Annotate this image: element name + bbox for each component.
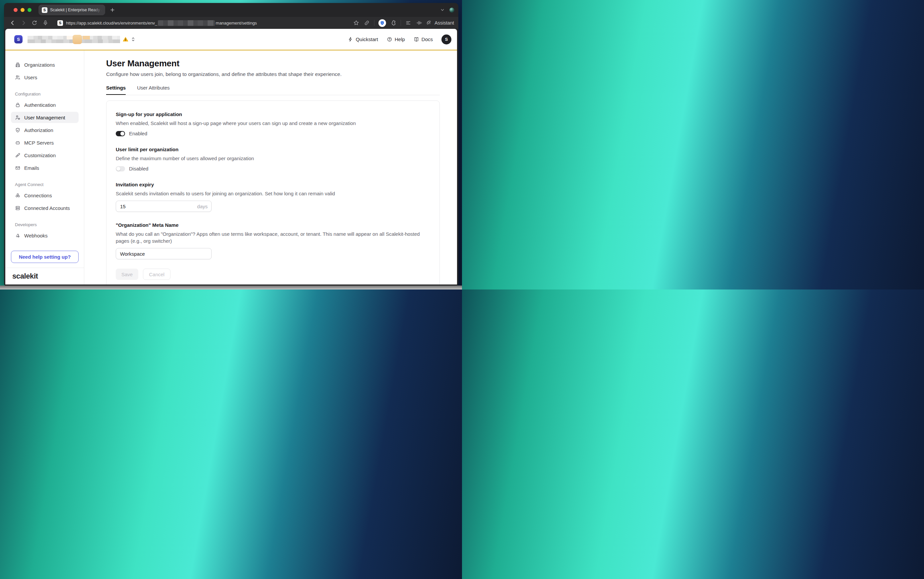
- address-bar[interactable]: https://app.scalekit.cloud/ws/environmen…: [66, 20, 257, 26]
- new-tab-button[interactable]: [110, 7, 115, 13]
- invitation-expiry-title: Invitation expiry: [116, 182, 430, 187]
- toolbar-divider: [401, 20, 401, 26]
- invitation-expiry-section: Invitation expiry Scalekit sends invitat…: [116, 182, 430, 212]
- signup-toggle[interactable]: [116, 131, 125, 136]
- sidebar-item-user-management[interactable]: User Management: [11, 112, 78, 123]
- app-header-nav: Quickstart Help Docs S: [348, 34, 451, 44]
- user-limit-toggle-label: Disabled: [129, 166, 148, 172]
- sidebar-item-label: Connections: [24, 193, 52, 198]
- save-button[interactable]: Save: [116, 268, 138, 280]
- lock-icon: [15, 102, 21, 108]
- workspace-blur-block: [73, 35, 82, 44]
- window-controls: [14, 8, 31, 12]
- copy-link-icon[interactable]: [363, 20, 370, 26]
- sidebar-item-label: Authorization: [24, 128, 53, 133]
- url-suffix: management/settings: [216, 21, 257, 26]
- sidebar-item-connected-accounts[interactable]: Connected Accounts: [11, 202, 78, 214]
- sidebar-item-mcp-servers[interactable]: MCP Servers: [11, 137, 78, 148]
- sidebar-item-organizations[interactable]: Organizations: [11, 59, 78, 70]
- minimize-window-button[interactable]: [21, 8, 25, 12]
- sidebar-section-developers: Developers: [15, 222, 78, 227]
- url-prefix: https://app.scalekit.cloud/ws/environmen…: [66, 21, 157, 26]
- workspace-blur-block: [67, 36, 73, 39]
- sidebar-item-users[interactable]: Users: [11, 72, 78, 83]
- sidebar-item-label: Authentication: [24, 102, 56, 108]
- paintbrush-icon: [15, 152, 21, 158]
- audio-waveform-icon[interactable]: [415, 20, 422, 26]
- sidebar-item-webhooks[interactable]: Webhooks: [11, 230, 78, 241]
- docs-label: Docs: [422, 36, 433, 42]
- sidebar-item-connections[interactable]: Connections: [11, 190, 78, 201]
- help-circle-icon: [387, 36, 392, 42]
- sidebar-item-label: Customization: [24, 152, 56, 158]
- extensions-puzzle-icon[interactable]: [390, 20, 397, 26]
- sidebar-item-label: MCP Servers: [24, 140, 54, 146]
- meta-name-title: "Organization" Meta Name: [116, 222, 430, 228]
- sidebar-item-emails[interactable]: Emails: [11, 162, 78, 173]
- quickstart-button[interactable]: Quickstart: [348, 36, 378, 42]
- main-content: User Management Configure how users join…: [84, 51, 457, 285]
- close-window-button[interactable]: [14, 8, 18, 12]
- workspace-name-redacted[interactable]: [28, 36, 120, 43]
- user-avatar[interactable]: S: [442, 34, 451, 44]
- bookmark-star-icon[interactable]: [353, 20, 360, 26]
- sidebar-item-label: Users: [24, 75, 37, 80]
- signup-description: When enabled, Scalekit will host a sign-…: [116, 120, 430, 127]
- sidebar-item-authentication[interactable]: Authentication: [11, 99, 78, 110]
- sidebar: Organizations Users Configuration Authen…: [5, 51, 84, 285]
- url-favicon: S: [57, 20, 63, 26]
- bitwarden-extension-icon[interactable]: [378, 19, 386, 27]
- server-stack-icon: [15, 205, 21, 211]
- workspace-switcher-chevrons[interactable]: [131, 37, 136, 42]
- user-limit-section: User limit per organization Define the m…: [116, 147, 430, 172]
- sidebar-item-authorization[interactable]: Authorization: [11, 124, 78, 136]
- user-limit-title: User limit per organization: [116, 147, 430, 152]
- robot-icon: [15, 140, 21, 146]
- user-limit-toggle[interactable]: [116, 166, 125, 172]
- back-button[interactable]: [9, 20, 16, 26]
- zoom-window-button[interactable]: [28, 8, 31, 12]
- voice-search-icon[interactable]: [42, 20, 49, 26]
- browser-tab-strip: S Scalekit | Enterprise Ready A: [4, 3, 458, 17]
- browser-profile-avatar[interactable]: [450, 8, 455, 13]
- assistant-button[interactable]: Assistant: [426, 20, 454, 26]
- url-redacted-blur: [158, 20, 215, 26]
- workspace-blur-block: [83, 36, 90, 39]
- cubes-icon: [15, 193, 21, 198]
- help-label: Help: [395, 36, 405, 42]
- reader-lines-icon[interactable]: [405, 20, 412, 26]
- meta-name-description: What do you call an "Organization"? Apps…: [116, 231, 426, 244]
- assistant-label: Assistant: [435, 20, 454, 26]
- browser-tab[interactable]: S Scalekit | Enterprise Ready A: [38, 5, 105, 15]
- forward-button[interactable]: [20, 20, 27, 26]
- help-button[interactable]: Help: [387, 36, 405, 42]
- app-header: S Quickstart Help: [5, 29, 457, 51]
- page-title: User Management: [106, 58, 440, 69]
- quickstart-label: Quickstart: [355, 36, 378, 42]
- scalekit-wordmark: scalekit: [11, 268, 78, 281]
- meta-name-input[interactable]: [116, 248, 212, 259]
- shield-check-icon: [15, 128, 21, 133]
- sidebar-item-customization[interactable]: Customization: [11, 150, 78, 161]
- envelope-icon: [15, 165, 21, 171]
- tab-title-fade: [92, 5, 105, 15]
- sidebar-item-label: Connected Accounts: [24, 205, 70, 211]
- tab-favicon: S: [42, 7, 47, 13]
- cancel-button[interactable]: Cancel: [143, 268, 170, 280]
- web-content: S Quickstart Help: [5, 29, 457, 285]
- sidebar-item-label: Organizations: [24, 62, 55, 68]
- tab-strip-right: [440, 7, 455, 13]
- assistant-swirl-icon: [426, 20, 432, 26]
- toolbar-right: Assistant: [353, 19, 454, 27]
- chevron-down-icon[interactable]: [440, 7, 445, 13]
- docs-button[interactable]: Docs: [414, 36, 433, 42]
- book-icon: [414, 36, 419, 42]
- browser-toolbar: S https://app.scalekit.cloud/ws/environm…: [4, 17, 458, 29]
- zap-icon: [348, 36, 353, 42]
- need-help-button[interactable]: Need help setting up?: [11, 251, 78, 263]
- reload-button[interactable]: [31, 20, 38, 26]
- desktop-bottom-strip: [0, 286, 462, 290]
- tab-user-attributes[interactable]: User Attributes: [137, 85, 170, 95]
- environment-warning-icon[interactable]: [123, 36, 128, 42]
- tab-settings[interactable]: Settings: [106, 85, 126, 95]
